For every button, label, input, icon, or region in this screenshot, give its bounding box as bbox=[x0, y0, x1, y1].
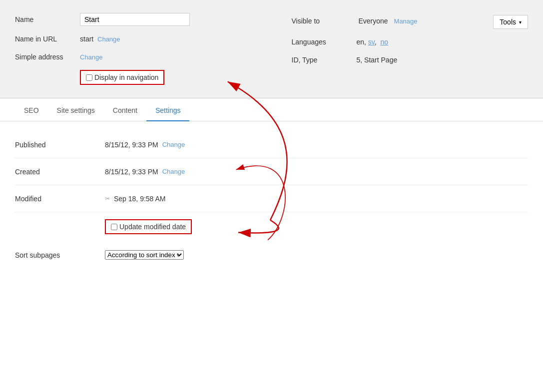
id-type-value: 5, Start Page bbox=[357, 56, 398, 64]
created-value: 8/15/12, 9:33 PM bbox=[105, 168, 158, 176]
name-url-value: start bbox=[80, 35, 93, 43]
tools-chevron-icon: ▾ bbox=[519, 19, 522, 25]
languages-label: Languages bbox=[292, 38, 357, 46]
created-change-link[interactable]: Change bbox=[162, 168, 185, 175]
published-label: Published bbox=[15, 141, 105, 149]
name-url-label: Name in URL bbox=[15, 35, 80, 43]
sort-subpages-select-wrapper[interactable]: According to sort index Alphabetically B… bbox=[105, 250, 184, 260]
name-input[interactable] bbox=[80, 13, 190, 26]
tools-button[interactable]: Tools ▾ bbox=[493, 15, 528, 29]
pencil-icon: ✂ bbox=[105, 195, 110, 202]
modified-label: Modified bbox=[15, 195, 105, 203]
sort-subpages-label: Sort subpages bbox=[15, 251, 105, 259]
tab-seo[interactable]: SEO bbox=[15, 100, 48, 121]
update-modified-date-container[interactable]: Update modified date bbox=[105, 219, 192, 234]
lang-no-link[interactable]: no bbox=[381, 38, 389, 46]
update-modified-date-checkbox[interactable] bbox=[111, 224, 117, 230]
visible-to-label: Visible to bbox=[292, 17, 357, 25]
published-value: 8/15/12, 9:33 PM bbox=[105, 141, 158, 149]
created-label: Created bbox=[15, 168, 105, 176]
update-modified-date-label: Update modified date bbox=[119, 223, 186, 231]
tools-label: Tools bbox=[500, 18, 516, 26]
visible-to-value: Everyone bbox=[359, 17, 388, 25]
modified-value: Sep 18, 9:58 AM bbox=[114, 195, 166, 203]
lang-en: en, bbox=[357, 38, 368, 46]
sort-subpages-select[interactable]: According to sort index Alphabetically B… bbox=[105, 250, 184, 260]
lang-sv-link[interactable]: sv bbox=[368, 38, 375, 46]
id-type-label: ID, Type bbox=[292, 56, 357, 64]
simple-address-label: Simple address bbox=[15, 53, 80, 61]
name-url-change-link[interactable]: Change bbox=[97, 35, 120, 43]
display-in-navigation-container[interactable]: Display in navigation bbox=[80, 70, 164, 85]
visible-to-manage-link[interactable]: Manage bbox=[394, 17, 418, 25]
display-in-navigation-label: Display in navigation bbox=[94, 73, 158, 81]
tabs-bar: SEO Site settings Content Settings bbox=[0, 98, 543, 121]
tab-content[interactable]: Content bbox=[104, 100, 146, 121]
settings-content: Published 8/15/12, 9:33 PM Change Create… bbox=[0, 121, 543, 279]
tab-settings[interactable]: Settings bbox=[146, 100, 190, 121]
published-change-link[interactable]: Change bbox=[162, 141, 185, 148]
tab-site-settings[interactable]: Site settings bbox=[48, 100, 104, 121]
display-in-navigation-checkbox[interactable] bbox=[86, 74, 92, 81]
name-label: Name bbox=[15, 15, 80, 23]
simple-address-change-link[interactable]: Change bbox=[80, 53, 103, 61]
